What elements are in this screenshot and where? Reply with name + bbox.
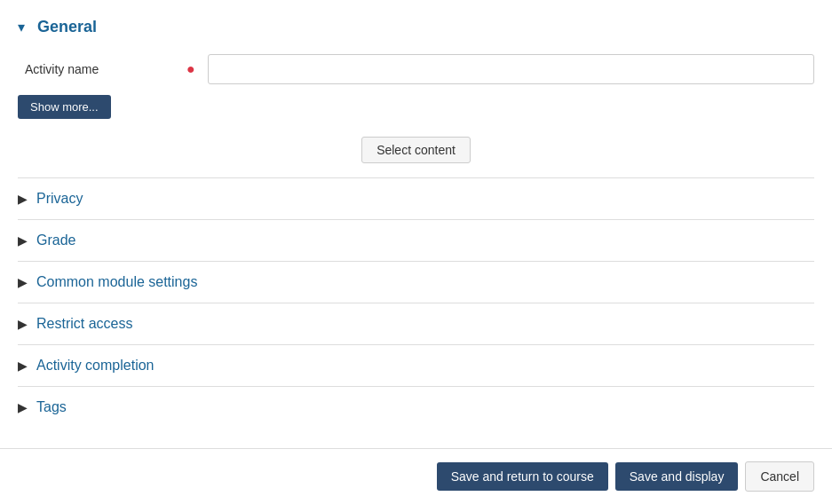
tags-section-title: Tags xyxy=(36,399,67,415)
cancel-button[interactable]: Cancel xyxy=(745,461,814,492)
activity-completion-chevron-icon: ▶ xyxy=(18,358,28,373)
grade-chevron-icon: ▶ xyxy=(18,233,28,248)
restrict-access-section: ▶ Restrict access xyxy=(18,303,814,344)
select-content-button[interactable]: Select content xyxy=(361,137,471,163)
common-module-section-title: Common module settings xyxy=(36,274,197,290)
general-chevron-icon: ▾ xyxy=(18,19,30,35)
privacy-section-title: Privacy xyxy=(36,191,83,207)
footer-bar: Save and return to course Save and displ… xyxy=(0,448,832,504)
common-module-chevron-icon: ▶ xyxy=(18,275,28,289)
select-content-row: Select content xyxy=(18,130,814,177)
restrict-access-section-header[interactable]: ▶ Restrict access xyxy=(18,303,814,344)
grade-section-header[interactable]: ▶ Grade xyxy=(18,220,814,261)
required-icon: ● xyxy=(186,61,195,77)
privacy-chevron-icon: ▶ xyxy=(18,192,28,206)
grade-section: ▶ Grade xyxy=(18,219,814,261)
show-more-row: Show more... xyxy=(18,91,814,130)
collapsible-sections: ▶ Privacy ▶ Grade ▶ Common module settin… xyxy=(18,177,814,428)
restrict-access-section-title: Restrict access xyxy=(36,316,132,332)
common-module-section: ▶ Common module settings xyxy=(18,261,814,303)
tags-chevron-icon: ▶ xyxy=(18,400,28,414)
common-module-section-header[interactable]: ▶ Common module settings xyxy=(18,262,814,303)
privacy-section: ▶ Privacy xyxy=(18,177,814,219)
save-return-button[interactable]: Save and return to course xyxy=(437,462,608,491)
activity-completion-section-header[interactable]: ▶ Activity completion xyxy=(18,345,814,386)
general-section-title: General xyxy=(37,18,97,36)
activity-completion-section-title: Activity completion xyxy=(36,358,155,374)
restrict-access-chevron-icon: ▶ xyxy=(18,317,28,331)
activity-name-row: Activity name ● xyxy=(18,43,814,91)
save-display-button[interactable]: Save and display xyxy=(615,462,739,491)
activity-name-input[interactable] xyxy=(208,54,814,84)
grade-section-title: Grade xyxy=(36,232,75,248)
main-content: ▾ General Activity name ● Show more... S… xyxy=(0,0,832,448)
activity-name-label: Activity name xyxy=(18,62,178,76)
page-container: ▾ General Activity name ● Show more... S… xyxy=(0,0,832,504)
general-section-header[interactable]: ▾ General xyxy=(18,9,814,43)
tags-section: ▶ Tags xyxy=(18,386,814,428)
privacy-section-header[interactable]: ▶ Privacy xyxy=(18,178,814,219)
tags-section-header[interactable]: ▶ Tags xyxy=(18,387,814,428)
activity-completion-section: ▶ Activity completion xyxy=(18,344,814,386)
show-more-button[interactable]: Show more... xyxy=(18,95,111,119)
